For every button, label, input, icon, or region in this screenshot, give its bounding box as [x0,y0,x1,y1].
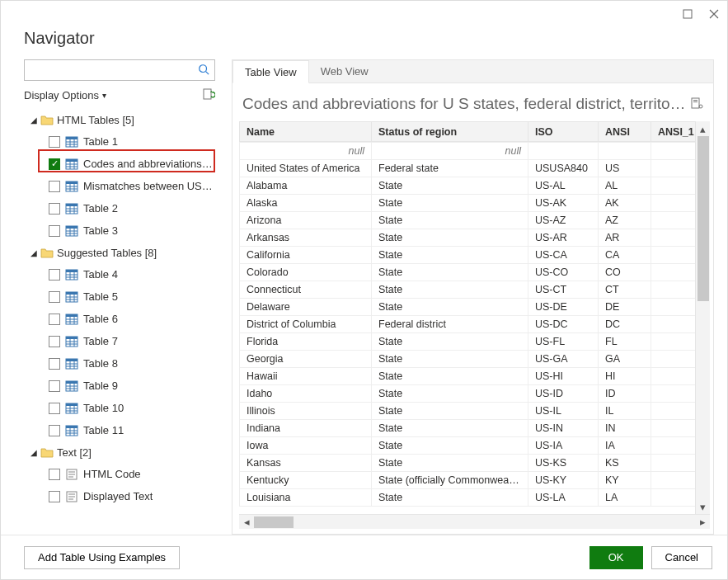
tree-item[interactable]: Table 3 [24,219,215,242]
checkbox[interactable] [49,403,60,414]
table-row[interactable]: IndianaStateUS-ININ [240,420,696,437]
checkbox[interactable] [49,291,60,303]
table-row[interactable]: ColoradoStateUS-COCO [240,264,696,281]
tree-item[interactable]: Table 8 [24,352,215,375]
dialog-footer: Add Table Using Examples OK Cancel [1,535,727,579]
checkbox[interactable] [49,136,60,148]
checkbox[interactable] [49,491,60,502]
table-row[interactable]: ArkansasStateUS-ARAR [240,229,696,247]
maximize-icon[interactable] [681,7,694,21]
tab-table-view[interactable]: Table View [232,60,309,83]
column-header[interactable]: ANSI_1 [651,122,696,142]
column-header[interactable]: ISO [528,122,599,142]
tab-table-view-label: Table View [245,66,297,78]
table-row[interactable]: KansasStateUS-KSKS [240,455,696,472]
search-icon[interactable] [198,64,209,78]
table-row[interactable]: ConnecticutStateUS-CTCT [240,281,696,299]
close-icon[interactable] [707,7,721,21]
tree-item[interactable]: Table 4 [24,263,215,285]
column-header[interactable]: ANSI [599,122,651,142]
svg-rect-22 [66,204,77,206]
tree-item[interactable]: HTML Code [24,463,215,485]
checkbox[interactable] [49,225,60,237]
cell [651,299,696,316]
tree-folder[interactable]: ◢HTML Tables [5] [24,109,215,130]
checkbox[interactable] [49,358,60,370]
table-row[interactable]: AlabamaStateUS-ALAL [240,177,696,195]
cell [651,281,696,299]
options-icon[interactable] [690,97,703,112]
tree-item[interactable]: Mismatches between USP... [24,175,215,197]
scroll-thumb[interactable] [697,136,709,301]
table-row[interactable]: HawaiiStateUS-HIHI [240,368,696,385]
table-row[interactable]: IllinoisStateUS-ILIL [240,403,696,420]
table-row[interactable]: ArizonaStateUS-AZAZ [240,212,696,229]
checkbox[interactable] [49,425,60,436]
checkbox[interactable]: ✓ [49,158,60,170]
table-row[interactable]: LouisianaStateUS-LALA [240,489,696,507]
table-row[interactable]: FloridaStateUS-FLFL [240,333,696,351]
checkbox[interactable] [49,314,60,325]
tree-item[interactable]: Table 9 [24,375,215,397]
collapse-icon[interactable]: ◢ [31,248,37,257]
search-input-wrap[interactable] [24,59,215,81]
column-header[interactable]: Status of region [372,122,528,142]
table-row[interactable]: District of ColumbiaFederal districtUS-D… [240,316,696,333]
cell: null [240,143,372,160]
tree-item[interactable]: Table 1 [24,130,215,153]
scroll-down-icon[interactable]: ▾ [700,499,706,514]
table-row[interactable]: GeorgiaStateUS-GAGA [240,351,696,368]
table-row[interactable]: United States of AmericaFederal stateUSU… [240,160,696,177]
checkbox[interactable] [49,203,60,215]
refresh-icon[interactable] [202,87,215,103]
tree-item[interactable]: Table 6 [24,308,215,330]
cell: null [372,143,528,160]
scroll-up-icon[interactable]: ▴ [700,121,706,136]
checkbox[interactable] [49,269,60,281]
tree-item[interactable]: Table 2 [24,197,215,219]
tab-web-view[interactable]: Web View [309,60,380,83]
nav-tree[interactable]: ◢HTML Tables [5]Table 1✓Codes and abbrev… [24,109,215,535]
add-table-button[interactable]: Add Table Using Examples [24,546,180,569]
tree-item[interactable]: Table 11 [24,419,215,441]
cell: US-CO [528,264,599,281]
tree-item[interactable]: ✓Codes and abbreviations f... [24,153,215,175]
tree-folder[interactable]: ◢Text [2] [24,441,215,463]
scroll-left-icon[interactable]: ◂ [239,516,254,528]
checkbox[interactable] [49,181,60,192]
ok-button[interactable]: OK [589,546,643,569]
display-options-dropdown[interactable]: Display Options ▾ [24,89,106,101]
search-input[interactable] [30,64,198,78]
vertical-scrollbar[interactable]: ▴ ▾ [695,121,710,514]
collapse-icon[interactable]: ◢ [31,116,37,125]
cell: State [372,299,528,316]
folder-icon [40,446,54,458]
cell [651,212,696,229]
table-row[interactable]: AlaskaStateUS-AKAK [240,195,696,212]
ok-label: OK [608,551,624,563]
collapse-icon[interactable]: ◢ [31,448,37,457]
tree-item-label: Table 6 [83,313,118,325]
table-row[interactable]: IdahoStateUS-IDID [240,385,696,403]
cell [651,264,696,281]
cell: FL [599,333,651,351]
table-row[interactable]: KentuckyState (officially Commonwealth)U… [240,472,696,489]
hscroll-thumb[interactable] [254,516,294,528]
column-header[interactable]: Name [240,122,372,142]
table-row[interactable]: DelawareStateUS-DEDE [240,299,696,316]
cancel-button[interactable]: Cancel [651,546,712,569]
table-row[interactable]: CaliforniaStateUS-CACA [240,247,696,264]
tree-folder[interactable]: ◢Suggested Tables [8] [24,242,215,263]
cell: Kentucky [240,472,372,489]
tree-item[interactable]: Table 7 [24,330,215,352]
scroll-right-icon[interactable]: ▸ [695,516,710,528]
checkbox[interactable] [49,380,60,392]
table-row[interactable]: IowaStateUS-IAIA [240,437,696,455]
tree-item[interactable]: Displayed Text [24,485,215,507]
tree-item[interactable]: Table 10 [24,397,215,419]
tree-item[interactable]: Table 5 [24,285,215,308]
horizontal-scrollbar[interactable]: ◂ ▸ [239,514,710,529]
checkbox[interactable] [49,336,60,347]
tree-item-label: Table 7 [83,335,118,347]
checkbox[interactable] [49,469,60,480]
